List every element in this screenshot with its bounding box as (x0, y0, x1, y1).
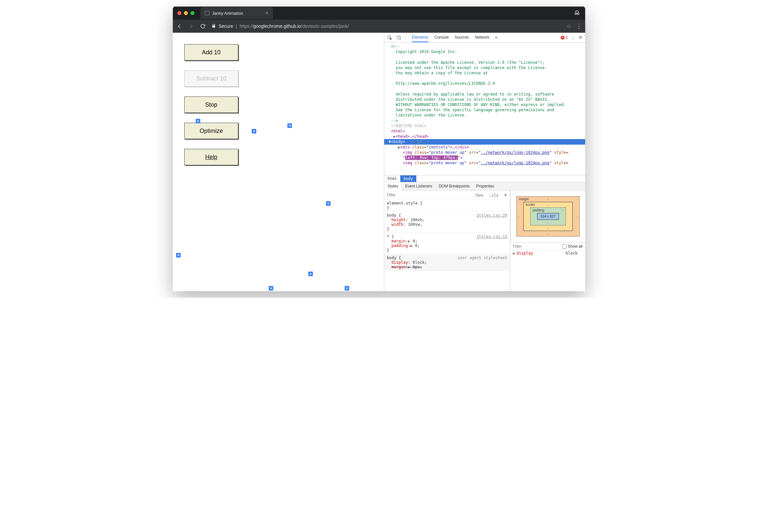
controls-panel: Add 10 Subtract 10 Stop Optimize Help (184, 44, 238, 165)
inspect-element-button[interactable] (387, 35, 393, 41)
optimize-button[interactable]: Optimize (184, 123, 238, 139)
computed-panel: Show all ▶ display block (510, 243, 585, 256)
add-rule-button[interactable]: + (504, 192, 507, 198)
styles-tabs: Styles Event Listeners DOM Breakpoints P… (384, 182, 585, 190)
styles-pane[interactable]: :hov .cls + element.style { } styles.css… (384, 190, 510, 291)
tab-elements[interactable]: Elements (412, 33, 429, 42)
close-window-button[interactable] (177, 11, 181, 15)
mover-icon (308, 272, 313, 276)
help-button[interactable]: Help (184, 149, 238, 165)
devtools-menu-button[interactable]: ⋮ (571, 35, 575, 40)
navigation-toolbar: Secure | https://googlechrome.github.io/… (173, 19, 585, 33)
mover-icon (176, 253, 181, 257)
stop-button[interactable]: Stop (184, 96, 238, 113)
maximize-window-button[interactable] (190, 11, 194, 15)
address-bar[interactable]: Secure | https://googlechrome.github.io/… (211, 23, 561, 29)
mover-icon (345, 286, 349, 290)
incognito-icon (573, 9, 581, 17)
svg-rect-4 (399, 37, 400, 39)
browser-tab[interactable]: Janky Animation × (200, 7, 273, 19)
tab-properties[interactable]: Properties (473, 182, 498, 190)
rule-origin-link[interactable]: styles.css:20 (476, 213, 507, 217)
minimize-window-button[interactable] (184, 11, 188, 15)
error-count-badge[interactable]: ✕1 (561, 35, 568, 40)
tab-sources[interactable]: Sources (455, 33, 469, 42)
tab-console[interactable]: Console (434, 33, 449, 42)
breadcrumb-body[interactable]: body (400, 175, 416, 182)
add-button[interactable]: Add 10 (184, 44, 238, 60)
forward-button[interactable] (188, 23, 194, 29)
mover-icon (287, 123, 292, 128)
titlebar: Janky Animation × (173, 7, 585, 19)
mover-icon (196, 119, 200, 123)
elements-tree[interactable]: <!-- Copyright 2016 Google Inc. Licensed… (384, 43, 585, 175)
cls-toggle[interactable]: .cls (489, 193, 499, 198)
rule-origin-ua: user agent stylesheet (458, 255, 507, 260)
svg-point-0 (575, 13, 577, 15)
tab-event-listeners[interactable]: Event Listeners (402, 182, 436, 190)
tab-dom-breakpoints[interactable]: DOM Breakpoints (435, 182, 473, 190)
browser-window: Janky Animation × Secure | https://googl… (173, 7, 585, 291)
document-icon (205, 11, 209, 16)
tab-close-button[interactable]: × (265, 10, 268, 16)
bookmark-button[interactable]: ☆ (566, 22, 571, 30)
rule-origin-link[interactable]: styles.css:15 (476, 234, 507, 239)
reload-button[interactable] (200, 23, 206, 29)
mover-icon (269, 286, 273, 290)
devtools-panel: Elements Console Sources Network » ✕1 ⋮ … (384, 33, 585, 291)
styles-filter-input[interactable] (387, 193, 471, 197)
breadcrumb-html[interactable]: html (384, 175, 400, 182)
secure-label: Secure (219, 23, 233, 29)
tab-styles[interactable]: Styles (384, 182, 402, 190)
mover-icon (252, 129, 256, 133)
tab-title: Janky Animation (212, 11, 243, 16)
dom-breadcrumb: html body (384, 175, 585, 182)
tab-more[interactable]: » (495, 33, 498, 42)
back-button[interactable] (176, 23, 183, 29)
browser-menu-button[interactable]: ⋮ (576, 22, 582, 30)
box-model-diagram: margin - - - - border - - (510, 190, 585, 243)
devtools-header: Elements Console Sources Network » ✕1 ⋮ … (384, 33, 585, 43)
devtools-close-button[interactable]: ✕ (578, 34, 583, 41)
svg-point-1 (577, 13, 579, 15)
tab-network[interactable]: Network (475, 33, 489, 42)
lock-icon (211, 23, 216, 29)
hov-toggle[interactable]: :hov (474, 193, 483, 198)
content-area: Add 10 Subtract 10 Stop Optimize Help El… (173, 33, 585, 291)
subtract-button[interactable]: Subtract 10 (184, 70, 238, 87)
devtools-tabs: Elements Console Sources Network » (412, 33, 498, 42)
traffic-lights (173, 11, 199, 15)
show-all-checkbox[interactable] (562, 245, 567, 249)
page-viewport: Add 10 Subtract 10 Stop Optimize Help (173, 33, 384, 291)
mover-icon (326, 201, 330, 206)
computed-filter-input[interactable] (513, 244, 562, 249)
device-toolbar-button[interactable] (396, 35, 402, 41)
